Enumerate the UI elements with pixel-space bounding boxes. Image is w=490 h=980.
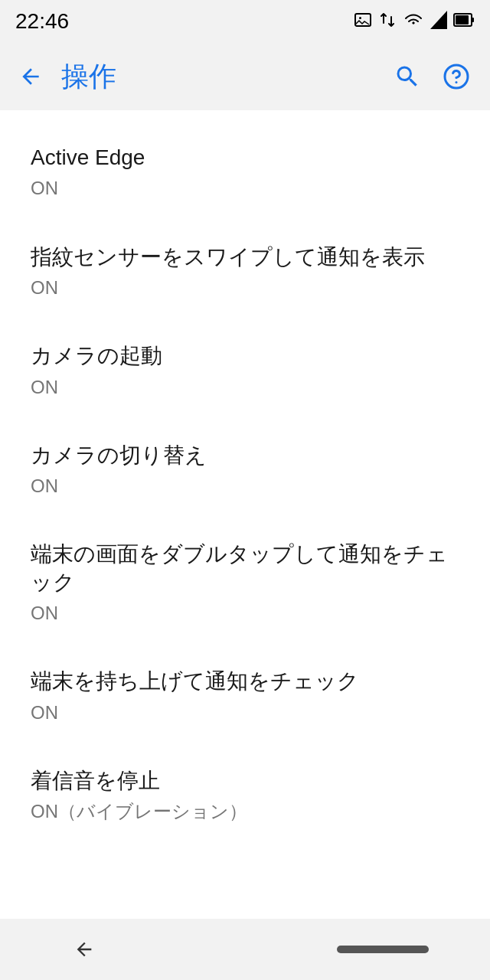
svg-rect-5 bbox=[472, 18, 474, 22]
nav-back-button[interactable] bbox=[61, 926, 107, 972]
status-bar: 22:46 bbox=[0, 0, 490, 43]
back-button[interactable] bbox=[12, 58, 49, 95]
settings-item-title: 端末の画面をダブルタップして通知をチェック bbox=[31, 541, 459, 596]
settings-item-camera-launch[interactable]: カメラの起動 ON bbox=[0, 321, 490, 420]
search-button[interactable] bbox=[386, 55, 429, 98]
settings-item-title: 着信音を停止 bbox=[31, 767, 459, 795]
settings-content: Active Edge ON 指紋センサーをスワイプして通知を表示 ON カメラ… bbox=[0, 110, 490, 857]
settings-item-subtitle: ON bbox=[31, 276, 459, 299]
image-icon bbox=[354, 11, 372, 33]
settings-item-lift-to-check[interactable]: 端末を持ち上げて通知をチェック ON bbox=[0, 646, 490, 746]
settings-item-title: 端末を持ち上げて通知をチェック bbox=[31, 668, 459, 695]
settings-item-title: カメラの起動 bbox=[31, 342, 459, 370]
settings-item-fingerprint-swipe[interactable]: 指紋センサーをスワイプして通知を表示 ON bbox=[0, 222, 490, 322]
nav-home-pill[interactable] bbox=[337, 946, 429, 953]
svg-point-7 bbox=[456, 81, 458, 83]
settings-item-double-tap[interactable]: 端末の画面をダブルタップして通知をチェック ON bbox=[0, 519, 490, 646]
status-icons bbox=[354, 11, 475, 33]
settings-item-subtitle: ON bbox=[31, 176, 459, 200]
nav-bar bbox=[0, 919, 490, 980]
data-transfer-icon bbox=[378, 11, 397, 33]
app-bar: 操作 bbox=[0, 43, 490, 110]
settings-item-subtitle: ON（バイブレーション） bbox=[31, 799, 459, 823]
settings-item-subtitle: ON bbox=[31, 601, 459, 625]
settings-item-title: 指紋センサーをスワイプして通知を表示 bbox=[31, 243, 459, 271]
settings-item-active-edge[interactable]: Active Edge ON bbox=[0, 122, 490, 222]
status-time: 22:46 bbox=[15, 9, 69, 34]
settings-item-ringtone-stop[interactable]: 着信音を停止 ON（バイブレーション） bbox=[0, 746, 490, 845]
app-bar-actions bbox=[386, 55, 478, 98]
help-button[interactable] bbox=[435, 55, 478, 98]
settings-item-title: Active Edge bbox=[31, 144, 459, 172]
settings-item-subtitle: ON bbox=[31, 474, 459, 498]
svg-rect-4 bbox=[456, 15, 469, 24]
wifi-icon bbox=[403, 11, 424, 33]
signal-icon bbox=[430, 11, 447, 33]
page-title: 操作 bbox=[61, 58, 374, 96]
svg-point-1 bbox=[359, 17, 361, 19]
settings-item-camera-switch[interactable]: カメラの切り替え ON bbox=[0, 420, 490, 520]
settings-item-title: カメラの切り替え bbox=[31, 442, 459, 469]
settings-item-subtitle: ON bbox=[31, 701, 459, 724]
settings-item-subtitle: ON bbox=[31, 375, 459, 399]
battery-icon bbox=[453, 11, 475, 33]
svg-marker-2 bbox=[430, 11, 447, 29]
